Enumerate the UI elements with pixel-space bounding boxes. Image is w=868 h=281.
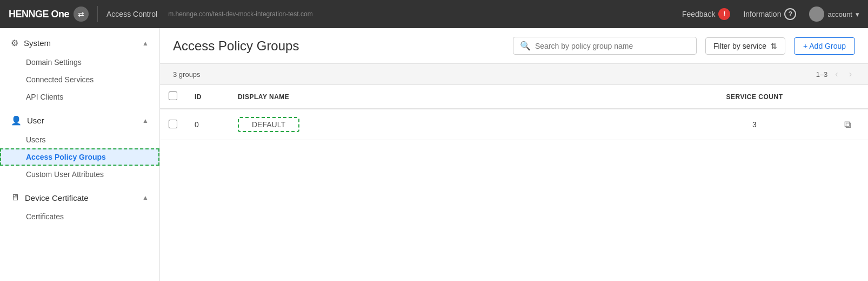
user-avatar <box>809 6 824 22</box>
sidebar: ⚙ System ▲ Domain Settings Connected Ser… <box>0 28 160 281</box>
page-title: Access Policy Groups <box>173 38 299 54</box>
table-header-display-name: DISPLAY NAME <box>229 85 673 109</box>
main-layout: ⚙ System ▲ Domain Settings Connected Ser… <box>0 28 868 281</box>
filter-label: Filter by service <box>713 42 766 50</box>
add-group-label: + Add Group <box>803 42 846 50</box>
logo-area: HENNGE One ⇄ <box>9 6 89 22</box>
copy-icon[interactable]: ⧉ <box>844 119 851 130</box>
table-header-service-count: SERVICE COUNT <box>673 85 836 109</box>
sidebar-section-device-certificate: 🖥 Device Certificate ▲ Certificates <box>0 187 159 227</box>
sidebar-item-domain-settings[interactable]: Domain Settings <box>0 54 159 71</box>
sidebar-section-user: 👤 User ▲ Users Access Policy Groups Cust… <box>0 110 159 185</box>
row-checkbox-cell[interactable] <box>160 109 186 140</box>
feedback-label: Feedback <box>682 10 715 18</box>
user-chevron-icon: ▾ <box>856 10 859 18</box>
data-table: ID DISPLAY NAME SERVICE COUNT 0 DEFAULT <box>160 85 868 140</box>
sidebar-item-users[interactable]: Users <box>0 131 159 148</box>
content-area: Access Policy Groups 🔍 Filter by service… <box>160 28 868 281</box>
sidebar-section-system-header[interactable]: ⚙ System ▲ <box>0 32 159 54</box>
row-display-name-cell[interactable]: DEFAULT <box>229 109 673 140</box>
table-header-row: ID DISPLAY NAME SERVICE COUNT <box>160 85 868 109</box>
sidebar-item-api-clients[interactable]: API Clients <box>0 88 159 106</box>
table-row: 0 DEFAULT 3 ⧉ <box>160 109 868 140</box>
sidebar-section-user-title: User <box>27 116 44 125</box>
pagination-prev-button[interactable]: ‹ <box>832 68 841 80</box>
device-certificate-chevron-icon: ▲ <box>142 194 149 201</box>
content-header: Access Policy Groups 🔍 Filter by service… <box>160 28 868 64</box>
top-nav: HENNGE One ⇄ Access Control m.hennge.com… <box>0 0 868 28</box>
sidebar-item-connected-services[interactable]: Connected Services <box>0 71 159 88</box>
filter-by-service-button[interactable]: Filter by service ⇅ <box>705 37 785 55</box>
search-input[interactable] <box>535 42 690 50</box>
sidebar-item-custom-user-attributes[interactable]: Custom User Attributes <box>0 166 159 183</box>
information-icon: ? <box>784 8 796 20</box>
row-action-cell[interactable]: ⧉ <box>836 109 868 140</box>
device-certificate-icon: 🖥 <box>11 193 19 202</box>
sidebar-section-user-items: Users Access Policy Groups Custom User A… <box>0 131 159 185</box>
sidebar-section-device-certificate-items: Certificates <box>0 208 159 227</box>
search-box[interactable]: 🔍 <box>513 37 697 55</box>
logo-text: HENNGE One <box>9 9 69 20</box>
filter-icon: ⇅ <box>771 42 777 50</box>
pagination-next-button[interactable]: › <box>846 68 855 80</box>
user-icon: 👤 <box>11 115 22 126</box>
row-display-name: DEFAULT <box>238 117 299 132</box>
user-label: account <box>827 10 852 18</box>
sidebar-section-system-items: Domain Settings Connected Services API C… <box>0 54 159 108</box>
row-service-count: 3 <box>673 109 836 140</box>
pagination-range: 1–3 <box>816 70 828 79</box>
table-body: 0 DEFAULT 3 ⧉ <box>160 109 868 140</box>
select-all-checkbox[interactable] <box>169 92 177 100</box>
sidebar-section-device-certificate-header[interactable]: 🖥 Device Certificate ▲ <box>0 187 159 208</box>
sidebar-section-device-certificate-title: Device Certificate <box>25 193 89 202</box>
user-chevron-icon: ▲ <box>142 117 149 125</box>
search-icon: 🔍 <box>520 41 531 51</box>
table-header-action <box>836 85 868 109</box>
sidebar-section-system: ⚙ System ▲ Domain Settings Connected Ser… <box>0 32 159 108</box>
row-id: 0 <box>186 109 229 140</box>
group-count: 3 groups <box>173 70 201 79</box>
sidebar-item-certificates[interactable]: Certificates <box>0 208 159 225</box>
feedback-icon: ! <box>718 8 730 20</box>
nav-url: m.hennge.com/test-dev-mock-integration-t… <box>168 10 312 18</box>
nav-actions: Feedback ! Information ? account ▾ <box>682 6 859 22</box>
sidebar-section-system-title: System <box>24 38 51 48</box>
feedback-button[interactable]: Feedback ! <box>682 8 730 20</box>
table-header-checkbox <box>160 85 186 109</box>
user-menu[interactable]: account ▾ <box>809 6 859 22</box>
system-chevron-icon: ▲ <box>142 40 149 47</box>
row-checkbox[interactable] <box>169 120 177 128</box>
system-icon: ⚙ <box>11 38 18 48</box>
table-area: ID DISPLAY NAME SERVICE COUNT 0 DEFAULT <box>160 85 868 281</box>
pagination: 1–3 ‹ › <box>816 68 855 80</box>
sidebar-item-access-policy-groups[interactable]: Access Policy Groups <box>0 148 159 166</box>
information-button[interactable]: Information ? <box>743 8 796 20</box>
sub-header: 3 groups 1–3 ‹ › <box>160 64 868 85</box>
information-label: Information <box>743 10 781 18</box>
sidebar-section-user-header[interactable]: 👤 User ▲ <box>0 110 159 131</box>
nav-divider <box>97 6 98 22</box>
add-group-button[interactable]: + Add Group <box>794 37 855 55</box>
table-header: ID DISPLAY NAME SERVICE COUNT <box>160 85 868 109</box>
logo-icon: ⇄ <box>74 6 89 22</box>
nav-product: Access Control <box>106 10 157 18</box>
table-header-id: ID <box>186 85 229 109</box>
